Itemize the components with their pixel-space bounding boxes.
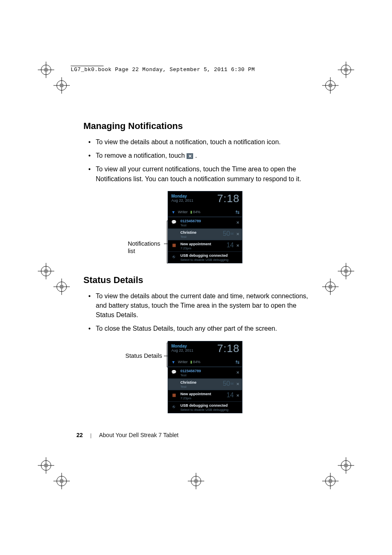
crop-mark (322, 473, 339, 489)
notification-row: ⎋ USB debugging connected Select to disa… (168, 401, 242, 413)
wifi-icon: ▼ (171, 360, 175, 364)
notif-title: USB debugging connected (180, 403, 228, 408)
bullet-text: To remove a notification, touch (96, 152, 187, 159)
svg-point-43 (344, 463, 348, 467)
svg-point-3 (44, 68, 48, 72)
notification-row: Christine Test 50✉ ✕ (168, 378, 242, 390)
callout-label: Notifications (128, 240, 160, 247)
notif-title: 0123456789 (180, 369, 201, 373)
notif-title: New appointment (180, 392, 211, 396)
notification-row: ▦ New appointment 7:23pm 14 ✕ (168, 240, 242, 251)
status-row: ▼ Writer 84% ⇆ (168, 358, 242, 367)
close-icon: ✕ (236, 394, 240, 398)
svg-point-51 (194, 479, 198, 483)
close-icon: ✕ (236, 232, 240, 236)
bullet-item: To view all your current notifications, … (96, 164, 312, 183)
count-badge: 14 (226, 242, 234, 249)
crop-mark (338, 263, 354, 279)
wifi-icon: ▼ (171, 210, 175, 214)
notif-title: USB debugging connected (180, 253, 228, 258)
battery-label: 84% (190, 210, 201, 214)
calendar-icon: ▦ (171, 243, 177, 248)
svg-point-7 (60, 83, 64, 88)
crop-mark (338, 457, 354, 474)
bullet-text: To view the details about the current da… (96, 292, 308, 318)
svg-point-23 (60, 285, 64, 289)
clock-label: 7:18 (217, 192, 240, 205)
count-badge: 50✉ (223, 380, 234, 387)
page-footer: 22 | About Your Dell Streak 7 Tablet (76, 432, 179, 438)
crop-mark (53, 279, 70, 295)
envelope-icon: ✉ (231, 232, 234, 236)
network-label: Writer (178, 210, 188, 214)
crop-mark (38, 457, 54, 474)
bullet-text: To view the details about a notification… (96, 138, 281, 145)
bullet-list-1: To view the details about a notification… (83, 137, 312, 184)
svg-point-35 (44, 463, 48, 467)
status-row: ▼ Writer 84% ⇆ (168, 208, 242, 217)
bullet-item: To close the Status Details, touch any o… (96, 324, 312, 333)
bullet-item: To view the details about the current da… (96, 291, 312, 320)
crop-mark (322, 279, 339, 295)
bullet-text: To view all your current notifications, … (96, 166, 301, 182)
footer-separator: | (90, 432, 92, 438)
count-badge: 50✉ (223, 230, 234, 237)
svg-point-31 (328, 285, 332, 289)
bullet-list-2: To view the details about the current da… (83, 291, 312, 334)
screenshot-panel: Monday Aug 22, 2011 7:18 ▼ Writer 84% ⇆ … (168, 341, 242, 413)
close-icon: ✕ (236, 221, 240, 225)
bullet-item: To view the details about a notification… (96, 137, 312, 147)
figure-status-details: Status Details Monday Aug 22, 2011 7:18 … (83, 341, 312, 415)
count-badge: 14 (226, 391, 234, 399)
clock-label: 7:18 (217, 342, 240, 355)
callout-label: Status Details (125, 352, 162, 359)
network-label: Writer (178, 360, 188, 364)
svg-point-27 (344, 269, 348, 273)
heading-managing-notifications: Managing Notifications (83, 121, 312, 131)
svg-point-47 (328, 479, 332, 483)
close-icon: ✕ (236, 382, 240, 386)
crop-mark (53, 77, 70, 94)
svg-point-39 (60, 479, 64, 483)
notification-row: ▦ New appointment 7:23pm 14 ✕ (168, 390, 242, 401)
crop-mark (38, 263, 54, 279)
crop-mark (322, 77, 339, 94)
svg-point-19 (44, 269, 48, 273)
notif-title: Christine (180, 380, 196, 385)
crop-mark (188, 473, 204, 489)
notification-row: ⎋ USB debugging connected Select to disa… (168, 251, 242, 263)
bullet-item: To remove a notification, touch ✕ . (96, 151, 312, 160)
print-header: LG7_bk0.book Page 22 Monday, September 5… (71, 67, 255, 73)
usb-icon: ⎋ (171, 254, 177, 259)
crop-mark (338, 62, 354, 78)
notif-title: Christine (180, 230, 196, 235)
notification-row: 💬 0123456789 Test ✕ (168, 217, 242, 228)
bullet-text-suffix: . (195, 152, 197, 159)
notif-sub: Test (180, 223, 240, 227)
notif-title: 0123456789 (180, 219, 201, 223)
crop-mark (53, 473, 70, 489)
figure-notifications-list: Notifications list Monday Aug 22, 2011 7… (83, 191, 312, 265)
chat-icon: 💬 (171, 370, 177, 375)
notification-row: 💬 0123456789 Test ✕ (168, 367, 242, 378)
close-icon: ✕ (236, 244, 240, 248)
crop-mark (38, 62, 54, 78)
print-header-text: LG7_bk0.book Page 22 Monday, September 5… (71, 67, 255, 73)
bullet-text: To close the Status Details, touch any o… (96, 325, 277, 332)
page-content: Managing Notifications To view the detai… (83, 121, 312, 420)
battery-label: 84% (190, 360, 201, 364)
usb-icon: ⎋ (171, 404, 177, 409)
calendar-icon: ▦ (171, 393, 177, 398)
notif-sub: Select to disable USB debugging (180, 258, 240, 262)
screenshot-panel: Monday Aug 22, 2011 7:18 ▼ Writer 84% ⇆ … (168, 191, 242, 263)
svg-point-15 (328, 83, 332, 88)
panel-header: Monday Aug 22, 2011 7:18 (168, 191, 242, 208)
heading-status-details: Status Details (83, 275, 312, 286)
close-icon: ✕ (236, 371, 240, 375)
footer-title: About Your Dell Streak 7 Tablet (99, 432, 179, 438)
settings-sliders-icon: ⇆ (235, 209, 240, 215)
page-number: 22 (76, 432, 83, 438)
panel-header: Monday Aug 22, 2011 7:18 (168, 341, 242, 358)
close-icon: ✕ (187, 153, 193, 159)
chat-icon: 💬 (171, 220, 177, 225)
